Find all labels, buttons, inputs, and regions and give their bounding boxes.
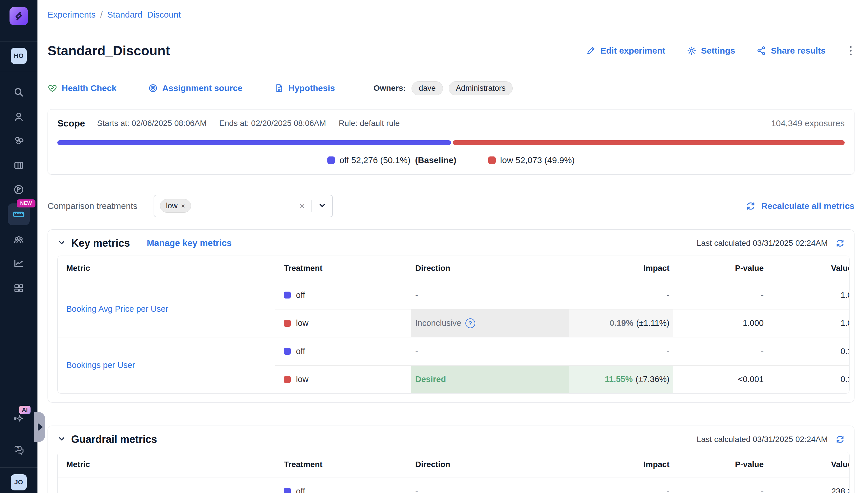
allocation-segment-off [57, 140, 451, 145]
col-pvalue: P-value [673, 460, 764, 469]
manage-key-metrics-link[interactable]: Manage key metrics [147, 238, 232, 249]
treatment-name: low [296, 374, 309, 384]
search-icon[interactable] [13, 86, 25, 99]
scope-label: Scope [57, 118, 85, 129]
impact-value: 11.55% [605, 374, 633, 384]
owner-pill-administrators[interactable]: Administrators [449, 81, 513, 95]
scope-ends: Ends at: 02/20/2025 08:06AM [219, 119, 326, 128]
treatment-swatch-off [284, 488, 291, 493]
guardrail-metrics-card: Guardrail metrics Last calculated 03/31/… [47, 426, 854, 493]
help-chat-icon[interactable]: ? [13, 444, 25, 456]
refresh-icon[interactable] [835, 434, 845, 444]
columns-icon[interactable] [13, 159, 25, 172]
scope-starts: Starts at: 02/06/2025 08:06AM [97, 119, 207, 128]
gear-icon [687, 46, 697, 56]
impact-cell: - [569, 337, 673, 365]
value-cell: 0.1 [764, 337, 850, 365]
metric-link-booking-avg-price[interactable]: Booking Avg Price per User [66, 304, 168, 314]
owner-pill-dave[interactable]: dave [411, 81, 443, 95]
metric-link-bookings-per-user[interactable]: Bookings per User [66, 361, 135, 370]
share-results-label: Share results [771, 46, 826, 56]
guardrail-last-calculated: Last calculated 03/31/2025 02:24AM [697, 435, 828, 444]
impact-ci: (±1.11%) [636, 318, 670, 328]
breadcrumb-current[interactable]: Standard_Discount [107, 10, 181, 20]
people-icon[interactable] [13, 233, 25, 246]
guardrail-metrics-title: Guardrail metrics [71, 433, 157, 446]
pvalue-cell: 1.000 [673, 309, 764, 337]
more-options-button[interactable] [847, 44, 854, 57]
table-row: low Desired 11.55% (±7.36%) <0.001 0.1 [275, 365, 850, 393]
collapse-chevron-icon[interactable] [57, 434, 66, 444]
edit-experiment-button[interactable]: Edit experiment [586, 46, 665, 56]
metric-group: Bookings per User off - - - 0.1 low [58, 337, 849, 393]
line-chart-icon[interactable] [13, 257, 25, 270]
col-pvalue: P-value [673, 264, 764, 273]
direction-cell: - [411, 337, 569, 365]
direction-cell: - [411, 477, 569, 493]
breadcrumb-experiments[interactable]: Experiments [47, 10, 96, 20]
hypothesis-label: Hypothesis [289, 83, 335, 93]
table-row: off - - - 238.3 [275, 477, 850, 493]
impact-cell: - [569, 477, 673, 493]
health-check-link[interactable]: Health Check [47, 83, 117, 93]
treatment-swatch-low [284, 376, 291, 383]
value-cell: 238.3 [764, 477, 850, 493]
impact-cell: 0.19% (±1.11%) [569, 309, 673, 337]
impact-ci: (±7.36%) [636, 374, 670, 384]
table-row: off - - - 1.0 [275, 281, 850, 309]
impact-cell: - [569, 281, 673, 309]
settings-button[interactable]: Settings [687, 46, 735, 56]
main-content: Experiments / Standard_Discount Standard… [38, 0, 868, 493]
key-metrics-title: Key metrics [71, 237, 130, 249]
workspace-avatar[interactable]: HO [10, 48, 27, 64]
col-impact: Impact [569, 264, 673, 273]
col-direction: Direction [411, 460, 569, 469]
treatment-chip-low[interactable]: low × [160, 199, 191, 213]
flag-circle-icon[interactable] [13, 183, 25, 196]
treatment-select[interactable]: low × × [154, 195, 333, 217]
recalculate-label: Recalculate all metrics [761, 201, 854, 211]
key-last-calculated: Last calculated 03/31/2025 02:24AM [697, 239, 828, 248]
table-row: low Inconclusive ? 0.19% (±1.11%) 1.000 … [275, 309, 850, 337]
collapse-chevron-icon[interactable] [57, 238, 66, 248]
page-title: Standard_Discount [47, 43, 170, 59]
pvalue-cell: - [673, 337, 764, 365]
document-icon [274, 83, 284, 93]
dashboard-icon[interactable] [13, 282, 25, 295]
direction-cell-inconclusive: Inconclusive ? [411, 309, 569, 337]
select-divider [311, 200, 312, 212]
refresh-icon [745, 201, 756, 211]
statsig-logo-icon[interactable] [9, 7, 28, 25]
settings-label: Settings [701, 46, 735, 56]
chevron-down-icon[interactable] [318, 201, 326, 211]
hypothesis-link[interactable]: Hypothesis [274, 83, 335, 93]
assignment-source-link[interactable]: Assignment source [148, 83, 242, 93]
chip-remove-icon[interactable]: × [181, 202, 185, 210]
share-results-button[interactable]: Share results [757, 46, 826, 56]
user-avatar[interactable]: JO [10, 474, 27, 490]
direction-label: Desired [415, 374, 446, 384]
treatment-name: off [296, 291, 305, 300]
select-clear-icon[interactable]: × [299, 201, 305, 211]
metric-group: Booking Avg Price per User off - - - 1.0… [58, 281, 849, 337]
col-value: Value [764, 460, 850, 469]
direction-label: Inconclusive [415, 318, 461, 328]
legend-off-text: off 52,276 (50.1%) [339, 155, 410, 165]
ai-sparkle-icon[interactable] [13, 413, 25, 425]
edit-experiment-label: Edit experiment [600, 46, 665, 56]
user-icon[interactable] [13, 111, 25, 123]
col-direction: Direction [411, 264, 569, 273]
recalculate-all-metrics-button[interactable]: Recalculate all metrics [745, 201, 854, 211]
exposures-count: 104,349 exposures [771, 119, 845, 128]
comparison-row: Comparison treatments low × × Recalculat… [47, 195, 854, 217]
sidebar-divider [0, 467, 38, 468]
treatment-name: off [296, 347, 305, 356]
table-row: off - - - 0.1 [275, 337, 850, 365]
refresh-icon[interactable] [835, 238, 845, 248]
hexagons-icon[interactable] [13, 135, 25, 148]
direction-cell-desired: Desired [411, 366, 569, 393]
question-icon[interactable]: ? [465, 318, 475, 328]
sidebar-expand-handle[interactable] [34, 412, 45, 442]
treatment-name: low [296, 318, 309, 328]
target-icon [148, 83, 158, 93]
